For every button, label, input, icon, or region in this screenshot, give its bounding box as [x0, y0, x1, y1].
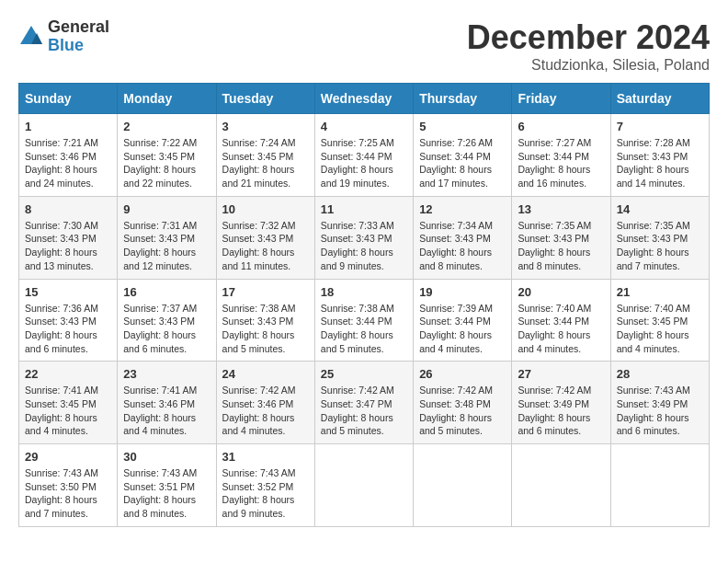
day-number: 12: [419, 202, 506, 216]
day-info: Sunrise: 7:37 AM Sunset: 3:43 PM Dayligh…: [123, 302, 210, 356]
calendar-cell: 30Sunrise: 7:43 AM Sunset: 3:51 PM Dayli…: [118, 444, 216, 527]
logo-general: General: [48, 18, 109, 37]
day-info: Sunrise: 7:28 AM Sunset: 3:43 PM Dayligh…: [617, 136, 703, 190]
day-info: Sunrise: 7:34 AM Sunset: 3:43 PM Dayligh…: [419, 219, 506, 273]
calendar-cell: 1Sunrise: 7:21 AM Sunset: 3:46 PM Daylig…: [19, 114, 118, 197]
calendar-cell: 22Sunrise: 7:41 AM Sunset: 3:45 PM Dayli…: [19, 362, 118, 444]
day-number: 31: [222, 450, 309, 464]
page-header: General Blue December 2024 Studzionka, S…: [18, 18, 710, 74]
logo: General Blue: [18, 18, 109, 55]
day-info: Sunrise: 7:40 AM Sunset: 3:44 PM Dayligh…: [518, 302, 604, 356]
calendar-cell: 11Sunrise: 7:33 AM Sunset: 3:43 PM Dayli…: [314, 196, 413, 279]
weekday-header-friday: Friday: [512, 84, 610, 114]
logo-blue: Blue: [48, 37, 109, 55]
day-number: 21: [617, 285, 703, 299]
day-info: Sunrise: 7:24 AM Sunset: 3:45 PM Dayligh…: [222, 136, 309, 190]
calendar-cell: 16Sunrise: 7:37 AM Sunset: 3:43 PM Dayli…: [118, 279, 216, 362]
day-number: 8: [25, 202, 111, 216]
day-number: 16: [123, 285, 210, 299]
week-row-4: 22Sunrise: 7:41 AM Sunset: 3:45 PM Dayli…: [19, 362, 710, 444]
day-info: Sunrise: 7:33 AM Sunset: 3:43 PM Dayligh…: [321, 219, 407, 273]
calendar-cell: 23Sunrise: 7:41 AM Sunset: 3:46 PM Dayli…: [118, 362, 216, 444]
calendar-cell: 8Sunrise: 7:30 AM Sunset: 3:43 PM Daylig…: [19, 196, 118, 279]
day-info: Sunrise: 7:43 AM Sunset: 3:51 PM Dayligh…: [123, 466, 210, 521]
day-number: 28: [617, 367, 703, 381]
calendar-cell: 20Sunrise: 7:40 AM Sunset: 3:44 PM Dayli…: [512, 279, 610, 362]
day-number: 7: [617, 120, 703, 133]
day-number: 9: [123, 202, 210, 216]
day-number: 20: [518, 285, 604, 299]
day-number: 1: [25, 120, 111, 133]
day-info: Sunrise: 7:43 AM Sunset: 3:50 PM Dayligh…: [25, 466, 111, 521]
day-number: 13: [518, 202, 604, 216]
location: Studzionka, Silesia, Poland: [467, 57, 710, 74]
calendar-cell: 4Sunrise: 7:25 AM Sunset: 3:44 PM Daylig…: [314, 114, 413, 197]
calendar-cell: [314, 444, 413, 527]
day-info: Sunrise: 7:35 AM Sunset: 3:43 PM Dayligh…: [617, 219, 703, 273]
calendar-cell: 25Sunrise: 7:42 AM Sunset: 3:47 PM Dayli…: [314, 362, 413, 444]
week-row-3: 15Sunrise: 7:36 AM Sunset: 3:43 PM Dayli…: [19, 279, 710, 362]
day-info: Sunrise: 7:43 AM Sunset: 3:49 PM Dayligh…: [617, 384, 703, 438]
day-info: Sunrise: 7:42 AM Sunset: 3:46 PM Dayligh…: [222, 384, 309, 438]
calendar-cell: [414, 444, 512, 527]
day-number: 19: [419, 285, 506, 299]
weekday-header-wednesday: Wednesday: [314, 84, 413, 114]
calendar-cell: [512, 444, 610, 527]
weekday-header-sunday: Sunday: [19, 84, 118, 114]
day-info: Sunrise: 7:42 AM Sunset: 3:47 PM Dayligh…: [321, 384, 407, 438]
day-number: 2: [123, 120, 210, 133]
week-row-2: 8Sunrise: 7:30 AM Sunset: 3:43 PM Daylig…: [19, 196, 710, 279]
day-number: 29: [25, 450, 111, 464]
day-info: Sunrise: 7:35 AM Sunset: 3:43 PM Dayligh…: [518, 219, 604, 273]
calendar-cell: 26Sunrise: 7:42 AM Sunset: 3:48 PM Dayli…: [414, 362, 512, 444]
calendar-cell: 28Sunrise: 7:43 AM Sunset: 3:49 PM Dayli…: [610, 362, 709, 444]
calendar-cell: 31Sunrise: 7:43 AM Sunset: 3:52 PM Dayli…: [216, 444, 314, 527]
weekday-header-thursday: Thursday: [414, 84, 512, 114]
calendar-cell: 15Sunrise: 7:36 AM Sunset: 3:43 PM Dayli…: [19, 279, 118, 362]
month-title: December 2024: [467, 18, 710, 57]
day-info: Sunrise: 7:27 AM Sunset: 3:44 PM Dayligh…: [518, 136, 604, 190]
day-number: 3: [222, 120, 309, 133]
calendar-cell: 9Sunrise: 7:31 AM Sunset: 3:43 PM Daylig…: [118, 196, 216, 279]
calendar-cell: 5Sunrise: 7:26 AM Sunset: 3:44 PM Daylig…: [414, 114, 512, 197]
day-info: Sunrise: 7:25 AM Sunset: 3:44 PM Dayligh…: [321, 136, 407, 190]
day-number: 5: [419, 120, 506, 133]
weekday-header-saturday: Saturday: [610, 84, 709, 114]
calendar-cell: 14Sunrise: 7:35 AM Sunset: 3:43 PM Dayli…: [610, 196, 709, 279]
day-number: 6: [518, 120, 604, 133]
day-info: Sunrise: 7:41 AM Sunset: 3:45 PM Dayligh…: [25, 384, 111, 438]
day-number: 14: [617, 202, 703, 216]
day-info: Sunrise: 7:42 AM Sunset: 3:48 PM Dayligh…: [419, 384, 506, 438]
calendar-cell: 24Sunrise: 7:42 AM Sunset: 3:46 PM Dayli…: [216, 362, 314, 444]
day-info: Sunrise: 7:21 AM Sunset: 3:46 PM Dayligh…: [25, 136, 111, 190]
calendar-cell: 21Sunrise: 7:40 AM Sunset: 3:45 PM Dayli…: [610, 279, 709, 362]
day-info: Sunrise: 7:39 AM Sunset: 3:44 PM Dayligh…: [419, 302, 506, 356]
calendar-cell: 10Sunrise: 7:32 AM Sunset: 3:43 PM Dayli…: [216, 196, 314, 279]
day-number: 26: [419, 367, 506, 381]
calendar-cell: 2Sunrise: 7:22 AM Sunset: 3:45 PM Daylig…: [118, 114, 216, 197]
day-info: Sunrise: 7:40 AM Sunset: 3:45 PM Dayligh…: [617, 302, 703, 356]
calendar-cell: 6Sunrise: 7:27 AM Sunset: 3:44 PM Daylig…: [512, 114, 610, 197]
day-info: Sunrise: 7:41 AM Sunset: 3:46 PM Dayligh…: [123, 384, 210, 438]
weekday-header-monday: Monday: [118, 84, 216, 114]
calendar-cell: 17Sunrise: 7:38 AM Sunset: 3:43 PM Dayli…: [216, 279, 314, 362]
day-info: Sunrise: 7:36 AM Sunset: 3:43 PM Dayligh…: [25, 302, 111, 356]
logo-icon: [18, 24, 44, 50]
calendar-cell: 12Sunrise: 7:34 AM Sunset: 3:43 PM Dayli…: [414, 196, 512, 279]
day-info: Sunrise: 7:30 AM Sunset: 3:43 PM Dayligh…: [25, 219, 111, 273]
day-number: 4: [321, 120, 407, 133]
day-number: 27: [518, 367, 604, 381]
day-number: 11: [321, 202, 407, 216]
calendar-cell: 29Sunrise: 7:43 AM Sunset: 3:50 PM Dayli…: [19, 444, 118, 527]
calendar-cell: [610, 444, 709, 527]
day-info: Sunrise: 7:42 AM Sunset: 3:49 PM Dayligh…: [518, 384, 604, 438]
day-number: 30: [123, 450, 210, 464]
calendar-cell: 13Sunrise: 7:35 AM Sunset: 3:43 PM Dayli…: [512, 196, 610, 279]
calendar-cell: 7Sunrise: 7:28 AM Sunset: 3:43 PM Daylig…: [610, 114, 709, 197]
day-info: Sunrise: 7:43 AM Sunset: 3:52 PM Dayligh…: [222, 466, 309, 521]
calendar-cell: 27Sunrise: 7:42 AM Sunset: 3:49 PM Dayli…: [512, 362, 610, 444]
day-number: 10: [222, 202, 309, 216]
logo-text: General Blue: [48, 18, 109, 55]
day-number: 18: [321, 285, 407, 299]
weekday-header-row: SundayMondayTuesdayWednesdayThursdayFrid…: [19, 84, 710, 114]
